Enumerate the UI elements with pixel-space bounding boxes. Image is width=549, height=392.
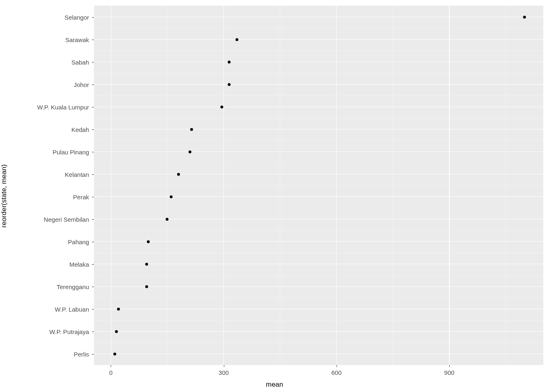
grid-minor-h [94, 275, 543, 276]
grid-minor-h [94, 73, 543, 74]
data-point [117, 307, 120, 310]
data-point [145, 263, 148, 265]
y-tick-label: Perlis [74, 350, 89, 357]
grid-major-h [94, 39, 543, 40]
y-tick-mark [92, 219, 94, 220]
y-tick-mark [92, 40, 94, 40]
y-tick-mark [92, 17, 94, 18]
grid-minor-h [94, 230, 543, 231]
y-tick-mark [92, 62, 94, 62]
grid-major-h [94, 151, 543, 152]
data-point [115, 330, 118, 333]
y-tick-label: Kedah [71, 126, 89, 133]
grid-minor-h [94, 96, 543, 96]
data-point [228, 60, 231, 63]
y-tick-label: Terengganu [57, 283, 89, 290]
y-tick-label: Sabah [71, 58, 89, 65]
grid-major-h [94, 354, 543, 354]
grid-major-h [94, 286, 543, 287]
grid-major-h [94, 331, 543, 332]
y-tick-mark [92, 129, 94, 130]
y-tick-label: W.P. Kuala Lumpur [37, 103, 89, 110]
grid-minor-h [94, 320, 543, 321]
data-point [523, 16, 526, 18]
x-tick-mark [111, 365, 111, 367]
y-tick-mark [92, 332, 94, 332]
x-tick-mark [224, 365, 224, 367]
data-point [220, 105, 223, 108]
y-tick-mark [92, 354, 94, 354]
data-point [235, 38, 238, 41]
y-axis-title: reorder(state, mean) [0, 165, 8, 228]
grid-minor-h [94, 118, 543, 118]
data-point [188, 150, 191, 153]
grid-minor-h [94, 163, 543, 163]
grid-minor-h [94, 28, 543, 29]
data-point [166, 218, 169, 220]
x-tick-mark [449, 365, 450, 367]
grid-major-h [94, 17, 543, 17]
y-tick-mark [92, 197, 94, 197]
y-tick-mark [92, 107, 94, 107]
y-tick-mark [92, 287, 94, 287]
data-point [228, 83, 231, 86]
grid-major-h [94, 196, 543, 197]
data-point [190, 128, 193, 131]
y-tick-mark [92, 264, 94, 265]
x-tick-label: 600 [331, 369, 341, 376]
grid-minor-h [94, 298, 543, 298]
grid-major-h [94, 264, 543, 264]
y-tick-label: Negeri Sembilan [44, 216, 89, 223]
x-axis-title: mean [266, 381, 283, 389]
grid-major-h [94, 241, 543, 242]
y-tick-label: Johor [74, 81, 89, 88]
y-tick-label: Pahang [68, 238, 89, 245]
data-point [113, 352, 116, 355]
y-tick-mark [92, 152, 94, 152]
y-tick-label: Pulau Pinang [53, 148, 89, 155]
grid-minor-h [94, 208, 543, 208]
grid-major-h [94, 107, 543, 107]
x-tick-label: 900 [444, 369, 454, 376]
grid-minor-h [94, 185, 543, 186]
x-tick-label: 300 [219, 369, 229, 376]
grid-minor-h [94, 140, 543, 141]
grid-major-h [94, 219, 543, 219]
y-tick-label: Selangor [65, 13, 89, 20]
y-tick-label: Kelantan [65, 171, 89, 178]
data-point [147, 240, 150, 243]
y-tick-label: Melaka [69, 261, 89, 267]
grid-minor-h [94, 253, 543, 253]
grid-major-h [94, 174, 543, 174]
data-point [170, 195, 172, 198]
x-tick-mark [337, 365, 337, 367]
y-tick-mark [92, 309, 94, 310]
grid-minor-h [94, 51, 543, 51]
y-tick-label: W.P. Putrajaya [49, 328, 89, 335]
y-tick-mark [92, 85, 94, 85]
y-tick-label: Perak [73, 193, 89, 200]
chart-container: reorder(state, mean) mean 0300600900Sela… [0, 0, 549, 392]
data-point [177, 173, 180, 176]
y-tick-mark [92, 174, 94, 175]
grid-major-h [94, 84, 543, 85]
y-tick-label: W.P. Labuan [55, 305, 89, 312]
grid-major-h [94, 62, 543, 62]
grid-major-h [94, 309, 543, 309]
data-point [145, 285, 148, 288]
y-tick-label: Sarawak [65, 36, 89, 43]
grid-major-h [94, 129, 543, 129]
x-tick-label: 0 [109, 369, 112, 376]
y-tick-mark [92, 242, 94, 242]
grid-minor-h [94, 343, 543, 343]
